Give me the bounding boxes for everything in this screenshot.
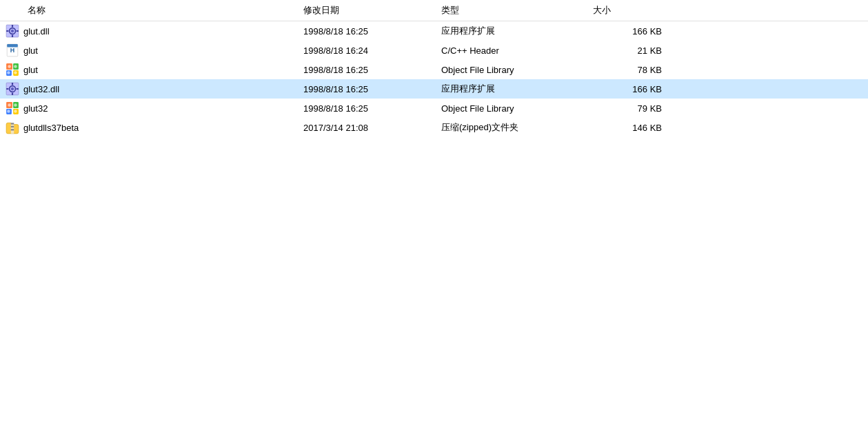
- file-list: glut.dll 1998/8/18 16:25 应用程序扩展 166 KB H…: [0, 21, 868, 137]
- file-size: 21 KB: [593, 45, 676, 56]
- column-header: 名称 修改日期 类型 大小: [0, 0, 868, 21]
- file-type: 压缩(zipped)文件夹: [441, 121, 593, 134]
- svg-point-14: [8, 65, 10, 68]
- file-row[interactable]: glut32 1998/8/18 16:25 Object File Libra…: [0, 99, 868, 118]
- file-size: 146 KB: [593, 123, 676, 133]
- svg-point-17: [14, 71, 17, 74]
- file-type: 应用程序扩展: [441, 25, 593, 37]
- file-row[interactable]: glut32.dll 1998/8/18 16:25 应用程序扩展 166 KB: [0, 79, 868, 99]
- file-name-cell: glut32.dll: [0, 82, 303, 96]
- file-name-cell: glutdlls37beta: [0, 121, 303, 134]
- svg-rect-6: [17, 30, 19, 32]
- zip-icon: [6, 121, 19, 134]
- column-size[interactable]: 大小: [593, 4, 676, 17]
- file-name-cell: glut: [0, 63, 303, 76]
- file-row[interactable]: glut.dll 1998/8/18 16:25 应用程序扩展 166 KB: [0, 21, 868, 41]
- file-name-text: glut: [23, 65, 38, 75]
- file-size: 166 KB: [593, 84, 676, 94]
- dll-icon: [6, 82, 19, 96]
- file-row[interactable]: H glut 1998/8/18 16:24 C/C++ Header 21 K…: [0, 41, 868, 60]
- file-name-text: glut.dll: [23, 26, 50, 37]
- file-type: 应用程序扩展: [441, 83, 593, 95]
- svg-point-16: [7, 71, 10, 74]
- svg-point-20: [11, 88, 14, 90]
- file-name-text: glut32.dll: [23, 84, 59, 94]
- file-date: 1998/8/18 16:25: [303, 84, 441, 94]
- column-date[interactable]: 修改日期: [303, 4, 441, 17]
- svg-rect-5: [6, 30, 8, 32]
- svg-rect-33: [11, 123, 14, 134]
- svg-point-2: [11, 30, 14, 32]
- file-size: 166 KB: [593, 26, 676, 37]
- file-row[interactable]: glut 1998/8/18 16:25 Object File Library…: [0, 60, 868, 79]
- column-name-label: 名称: [28, 5, 46, 15]
- file-date: 2017/3/14 21:08: [303, 123, 441, 133]
- file-name-text: glut32: [23, 103, 48, 114]
- file-name-cell: glut32: [0, 101, 303, 115]
- file-explorer: 名称 修改日期 类型 大小 glut.dll 1998/8/18 16:25 应…: [0, 0, 868, 432]
- svg-rect-22: [12, 93, 13, 95]
- file-row[interactable]: glutdlls37beta 2017/3/14 21:08 压缩(zipped…: [0, 118, 868, 137]
- file-type: C/C++ Header: [441, 45, 593, 56]
- file-name-cell: glut.dll: [0, 24, 303, 38]
- column-date-label: 修改日期: [303, 5, 339, 15]
- file-date: 1998/8/18 16:25: [303, 65, 441, 75]
- column-type-label: 类型: [441, 5, 459, 15]
- svg-point-29: [8, 103, 10, 106]
- svg-rect-23: [6, 88, 8, 90]
- file-date: 1998/8/18 16:25: [303, 26, 441, 37]
- column-type[interactable]: 类型: [441, 4, 593, 17]
- lib-icon: [6, 101, 19, 115]
- svg-rect-3: [12, 25, 13, 27]
- file-date: 1998/8/18 16:24: [303, 45, 441, 56]
- lib-icon: [6, 63, 19, 76]
- svg-rect-21: [12, 83, 13, 85]
- file-name-cell: H glut: [0, 43, 303, 57]
- svg-rect-36: [11, 129, 14, 130]
- file-type: Object File Library: [441, 103, 593, 114]
- file-date: 1998/8/18 16:25: [303, 103, 441, 114]
- svg-rect-24: [17, 88, 19, 90]
- svg-point-15: [14, 65, 17, 68]
- svg-text:H: H: [10, 47, 14, 54]
- dll-icon: [6, 24, 19, 38]
- svg-point-32: [14, 110, 17, 112]
- file-name-text: glutdlls37beta: [23, 123, 79, 133]
- file-name-text: glut: [23, 45, 38, 56]
- file-size: 79 KB: [593, 103, 676, 114]
- file-size: 78 KB: [593, 65, 676, 75]
- svg-rect-35: [11, 126, 14, 127]
- svg-rect-34: [11, 123, 14, 124]
- svg-point-31: [7, 110, 10, 112]
- column-name[interactable]: 名称: [0, 4, 303, 17]
- svg-point-30: [14, 103, 17, 106]
- header-icon: H: [6, 43, 19, 57]
- column-size-label: 大小: [593, 5, 611, 15]
- file-type: Object File Library: [441, 65, 593, 75]
- svg-rect-4: [12, 35, 13, 37]
